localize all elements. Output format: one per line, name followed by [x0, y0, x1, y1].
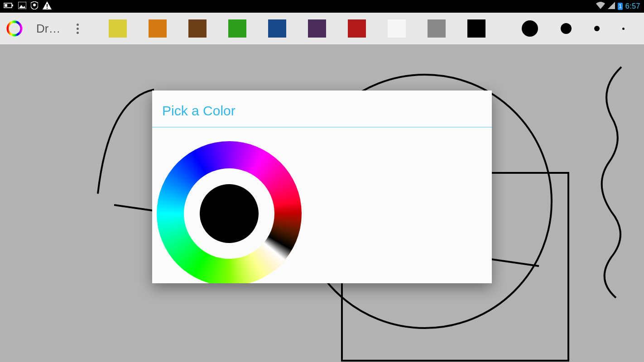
- color-swatch-blue[interactable]: [268, 19, 286, 38]
- color-swatch-red[interactable]: [348, 19, 366, 38]
- brush-size-m[interactable]: [594, 26, 600, 31]
- status-bar: 1 6:57: [0, 0, 644, 13]
- app-toolbar: Dr…: [0, 13, 644, 44]
- svg-rect-9: [47, 4, 48, 7]
- svg-marker-11: [608, 2, 615, 9]
- warning-icon: [43, 1, 52, 11]
- overflow-menu-button[interactable]: [74, 24, 82, 34]
- svg-rect-4: [5, 4, 7, 7]
- color-swatch-purple[interactable]: [308, 19, 326, 38]
- svg-rect-3: [12, 5, 13, 6]
- svg-rect-10: [47, 8, 48, 9]
- selected-color-preview[interactable]: [200, 184, 259, 243]
- color-swatch-gray[interactable]: [428, 19, 446, 38]
- color-picker-dialog: Pick a Color: [152, 90, 492, 283]
- color-swatch-brown[interactable]: [188, 19, 207, 38]
- shield-icon: [31, 1, 38, 11]
- color-swatch-white[interactable]: [388, 19, 406, 38]
- signal-icon: [608, 2, 615, 11]
- battery-icon: [4, 2, 14, 10]
- app-logo-icon: [6, 20, 23, 37]
- brush-size-l[interactable]: [561, 23, 572, 34]
- image-icon: [18, 2, 26, 11]
- color-swatches: [109, 19, 485, 38]
- dialog-title: Pick a Color: [152, 90, 492, 128]
- status-left: [4, 1, 52, 11]
- clock-time: 6:57: [625, 2, 640, 10]
- status-right: 1 6:57: [596, 2, 640, 11]
- battery-level-badge: 1: [618, 3, 623, 10]
- color-wheel[interactable]: [157, 141, 302, 283]
- brush-sizes: [522, 20, 625, 37]
- svg-point-7: [33, 4, 36, 6]
- wifi-icon: [596, 2, 605, 11]
- svg-marker-6: [19, 5, 25, 8]
- color-swatch-orange[interactable]: [149, 19, 167, 38]
- app-title: Dr…: [36, 22, 60, 36]
- brush-size-s[interactable]: [622, 28, 625, 30]
- color-swatch-green[interactable]: [228, 19, 246, 38]
- color-swatch-black[interactable]: [467, 19, 485, 38]
- color-swatch-yellow[interactable]: [109, 19, 127, 38]
- brush-size-xl[interactable]: [522, 20, 538, 37]
- svg-point-12: [8, 22, 21, 35]
